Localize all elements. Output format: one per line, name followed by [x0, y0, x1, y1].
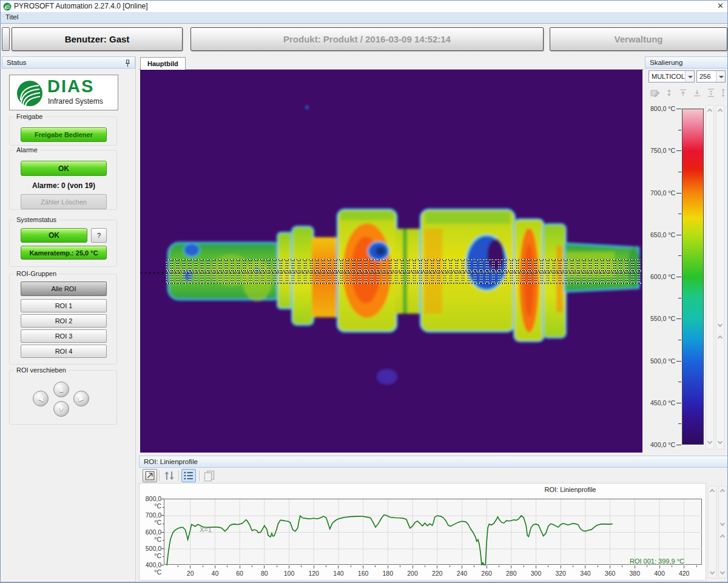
- x-axis-label: 60: [231, 570, 249, 577]
- chevron-down-icon: [685, 71, 694, 82]
- dias-logo-icon: [16, 79, 44, 107]
- status-panel-title: Status: [7, 59, 27, 66]
- chevron-down-icon[interactable]: [720, 521, 725, 526]
- profile-toolbar: [139, 468, 728, 484]
- scale-tick-label: 450,0 °C: [646, 399, 675, 406]
- profile-plot[interactable]: X=1 ROI 001: 399,9 °C: [164, 499, 702, 565]
- scale-tick-label: 650,0 °C: [646, 231, 675, 238]
- y-axis-label: 800,0 °C: [140, 495, 161, 510]
- chevron-down-icon[interactable]: [720, 570, 725, 575]
- toolbar-separator: [178, 470, 179, 481]
- palette-settings-icon[interactable]: [650, 88, 661, 98]
- x-axis-label: 220: [428, 570, 447, 577]
- menu-item-titel[interactable]: Titel: [5, 13, 18, 21]
- chart-x-axis: 2040608010012014016018020022024026028030…: [164, 565, 703, 578]
- alarme-count-text: Alarme: 0 (von 19): [10, 181, 118, 190]
- chevron-down-icon[interactable]: [710, 570, 715, 575]
- align-bottom-icon[interactable]: [692, 88, 703, 98]
- fit-vertical-icon[interactable]: [718, 88, 728, 98]
- thermal-image[interactable]: [140, 70, 642, 453]
- chevron-down-icon[interactable]: [707, 439, 712, 444]
- system-help-button[interactable]: ?: [91, 228, 107, 243]
- x-axis-label: 160: [354, 570, 372, 577]
- x-axis-label: 400: [650, 570, 669, 577]
- cursor-annotation: X=1: [200, 526, 212, 533]
- x-axis-label: 40: [206, 570, 224, 577]
- x-axis-label: 200: [403, 570, 422, 577]
- system-ok-indicator: OK: [21, 228, 87, 243]
- profile-line-series: [167, 515, 613, 565]
- chart-scrollbar-outer[interactable]: [708, 486, 716, 578]
- roi-1-button[interactable]: ROI 1: [21, 299, 107, 312]
- collapsed-side-button[interactable]: [2, 27, 10, 51]
- roi-move-left-button[interactable]: ◀: [33, 391, 49, 406]
- copy-icon[interactable]: [202, 469, 217, 482]
- chevron-up-icon[interactable]: [707, 109, 712, 113]
- x-axis-label: 300: [527, 570, 545, 577]
- align-top-icon[interactable]: [678, 88, 689, 98]
- chevron-down-icon[interactable]: [718, 322, 723, 327]
- pin-icon[interactable]: [124, 59, 131, 67]
- roi-alle-button[interactable]: Alle ROI: [21, 281, 107, 296]
- list-view-icon[interactable]: [181, 469, 196, 482]
- chevron-down-icon[interactable]: [718, 439, 723, 444]
- zaehler-loeschen-button[interactable]: Zähler Löschen: [21, 194, 107, 209]
- x-axis-label: 240: [453, 570, 471, 577]
- toolbar-separator: [199, 470, 200, 481]
- tab-hauptbild[interactable]: Hauptbild: [140, 57, 186, 70]
- x-axis-label: 360: [601, 570, 619, 577]
- expand-vertical-icon[interactable]: [664, 88, 675, 98]
- roi-4-button[interactable]: ROI 4: [21, 345, 107, 358]
- profile-chart-box: ROI: Linienprofile 800,0 °C700,0 °C600,0…: [139, 483, 706, 581]
- scale-tick-label: 500,0 °C: [646, 357, 675, 365]
- dias-swirl-icon: [3, 2, 12, 11]
- levels-select[interactable]: 256: [696, 70, 726, 83]
- roi-move-down-button[interactable]: ▼: [53, 401, 69, 417]
- dias-subtitle-text: Infrared Systems: [48, 97, 103, 106]
- application-window: PYROSOFT Automation 2.27.4.0 [Online] ✕ …: [0, 0, 728, 583]
- dias-logo: DIAS Infrared Systems: [9, 75, 118, 110]
- profile-panel-title: ROI: Linienprofile: [144, 458, 198, 465]
- open-in-window-icon[interactable]: [143, 469, 157, 482]
- status-sidebar: Status DIAS Infrared Systems Freigabe Fr…: [2, 56, 136, 582]
- chevron-up-icon[interactable]: [718, 335, 723, 340]
- roi-3-button[interactable]: ROI 3: [21, 329, 107, 343]
- roi-verschieben-group: ROI verschieben ▲ ◀ ▶ ▼: [9, 370, 117, 425]
- freigabe-bediener-button[interactable]: Freigabe Bediener: [21, 127, 107, 142]
- scale-min-scrollbar[interactable]: [716, 105, 724, 450]
- x-axis-label: 320: [551, 570, 570, 577]
- scale-max-scrollbar[interactable]: [706, 105, 714, 450]
- roi-gruppen-label: ROI-Gruppen: [14, 270, 59, 277]
- x-axis-label: 80: [255, 570, 274, 577]
- benutzer-button[interactable]: Benutzer: Gast: [12, 27, 183, 51]
- x-axis-label: 260: [477, 570, 496, 577]
- chevron-up-icon[interactable]: [718, 109, 723, 113]
- roi-gruppen-group: ROI-Gruppen Alle ROI ROI 1 ROI 2 ROI 3 R…: [9, 274, 117, 365]
- sort-vertical-icon[interactable]: [162, 469, 177, 482]
- systemstatus-label: Systemstatus: [14, 216, 59, 223]
- x-axis-label: 180: [379, 570, 397, 577]
- verwaltung-button[interactable]: Verwaltung: [550, 27, 727, 51]
- roi-profile-band[interactable]: [166, 259, 641, 284]
- roi-move-right-button[interactable]: ▶: [73, 391, 89, 406]
- dias-brand-text: DIAS: [47, 76, 94, 96]
- alarme-group: Alarme OK Alarme: 0 (von 19) Zähler Lösc…: [9, 150, 117, 210]
- chevron-up-icon[interactable]: [720, 534, 725, 539]
- chevron-up-icon[interactable]: [720, 489, 725, 494]
- palette-select[interactable]: MULTICOLOR: [649, 70, 695, 83]
- roi-move-up-button[interactable]: ▲: [53, 382, 69, 397]
- chart-scrollbar-inner[interactable]: [718, 486, 727, 578]
- close-icon[interactable]: ✕: [717, 1, 724, 10]
- chevron-up-icon[interactable]: [710, 489, 715, 494]
- roi-2-button[interactable]: ROI 2: [21, 314, 107, 328]
- alarme-label: Alarme: [14, 146, 40, 153]
- scale-tick-label: 550,0 °C: [646, 315, 675, 322]
- chevron-down-icon: [716, 71, 725, 82]
- y-axis-label: 600,0 °C: [140, 528, 161, 543]
- compress-vertical-icon[interactable]: [706, 88, 716, 98]
- thermal-image-canvas: [140, 70, 642, 453]
- alarme-ok-indicator: OK: [21, 161, 107, 176]
- x-axis-label: 380: [625, 570, 644, 577]
- systemstatus-group: Systemstatus OK ? Kameratemp.: 25,0 °C: [9, 220, 117, 267]
- produkt-button[interactable]: Produkt: Produkt / 2016-03-09 14:52:14: [190, 27, 544, 51]
